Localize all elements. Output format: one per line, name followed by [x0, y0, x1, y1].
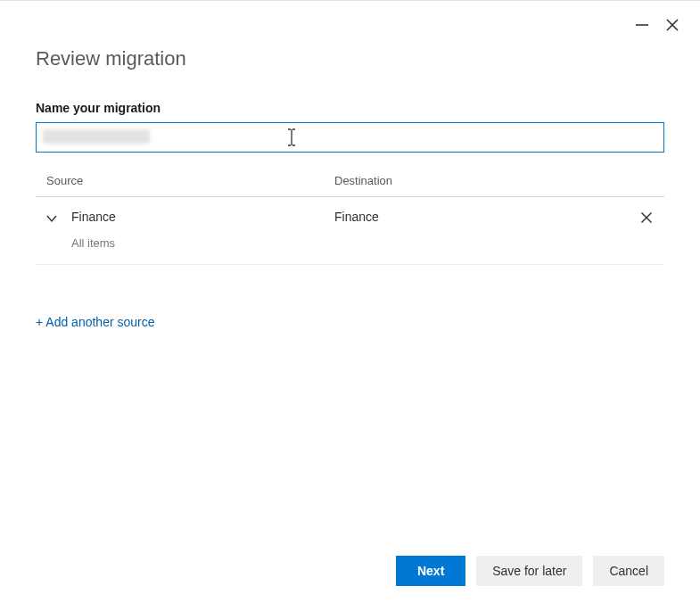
source-detail: All items: [71, 236, 334, 250]
column-header-source: Source: [36, 174, 334, 187]
close-icon[interactable]: [664, 17, 680, 33]
cancel-button[interactable]: Cancel: [593, 556, 664, 586]
migration-review-panel: Review migration Name your migration Sou…: [0, 0, 700, 611]
add-another-source-link[interactable]: + Add another source: [36, 315, 155, 329]
remove-row-icon[interactable]: [640, 211, 653, 224]
window-controls: [634, 17, 680, 33]
name-field-label: Name your migration: [36, 101, 664, 115]
migration-name-input[interactable]: [36, 122, 664, 153]
save-for-later-button[interactable]: Save for later: [476, 556, 582, 586]
table-header-row: Source Destination: [36, 174, 664, 197]
minimize-icon[interactable]: [634, 17, 650, 33]
column-header-destination: Destination: [334, 174, 664, 187]
migration-table: Source Destination Finance All items Fin…: [36, 174, 664, 265]
source-name: Finance: [71, 210, 334, 224]
chevron-down-icon[interactable]: [45, 211, 59, 226]
next-button[interactable]: Next: [396, 556, 465, 586]
page-title: Review migration: [36, 47, 664, 70]
footer-actions: Next Save for later Cancel: [396, 556, 664, 586]
table-row: Finance All items Finance: [36, 197, 664, 265]
destination-name: Finance: [334, 210, 629, 224]
